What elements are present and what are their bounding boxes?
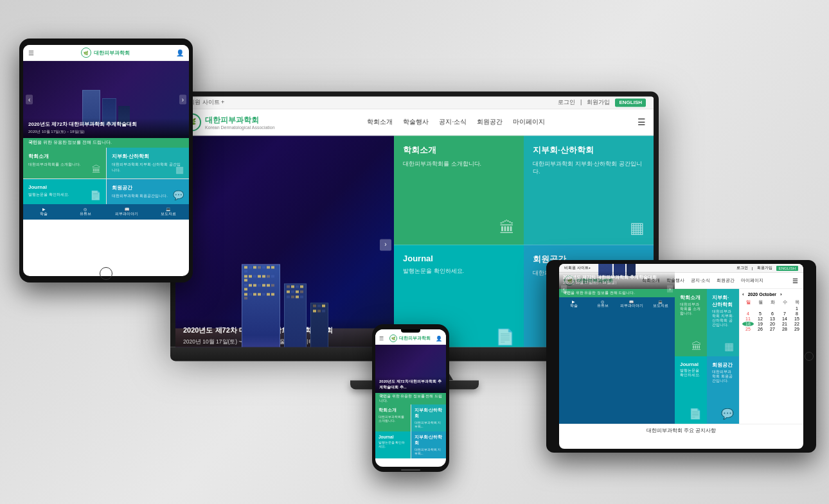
tower-main (242, 264, 280, 347)
tl-svc1-icon: ▶ (42, 207, 46, 211)
phone-tile-intro[interactable]: 학회소개 대한피부과학회를 소개합니다. (375, 404, 411, 431)
phone-info-bar: 국민을 위한 유용한 정보를 전해 드립니다. (375, 393, 446, 404)
rt-tile-journal[interactable]: Journal 발행논문을 확인하세요. 📄 (675, 356, 707, 424)
hamburger-icon[interactable]: ☰ (637, 117, 646, 127)
nav-item-news[interactable]: 공지·소식 (439, 117, 467, 126)
rt-cal-hdr-wed: 수 (779, 299, 790, 306)
rt-cal-6[interactable]: 6 (767, 311, 778, 316)
rt-cal-13[interactable]: 13 (767, 317, 778, 321)
rt-svc-3[interactable]: 📖 피부과이야기 (617, 297, 646, 424)
phone-hamburger-icon[interactable]: ☰ (379, 336, 384, 342)
tl-tile1-title: 학회소개 (28, 153, 101, 160)
rt-cal-29[interactable]: 29 (791, 327, 803, 331)
rt-cal-28[interactable]: 28 (779, 327, 790, 331)
building-main (242, 264, 280, 347)
rt-english-button[interactable]: ENGLISH (776, 266, 798, 271)
tile-branches[interactable]: 지부회·산하학회 대한피부과학회 지부회·산하학회 공간입니다. ▦ (524, 135, 654, 245)
tl-tile-branches[interactable]: 지부회·산하학회 대한피부과학회 지부회·산하학회 공간입니다. ▦ (107, 148, 190, 178)
tl-next-button[interactable]: › (179, 95, 186, 105)
rt-nav-members[interactable]: 회원공간 (717, 277, 735, 284)
rt-cal-12[interactable]: 12 (754, 317, 766, 321)
rt-cal-grid: 일 월 화 수 목 금 토 1 2 (742, 299, 801, 331)
rt-member-site[interactable]: 비회원 사이트+ (564, 265, 591, 271)
tl-tile-intro[interactable]: 학회소개 대한피부과학회를 소개합니다. 🏛 (23, 148, 106, 178)
hero-section: ‹ › 2020년도 제72차 대한피부과학회 추계학술대회 2020년 10월… (175, 135, 394, 347)
rt-cal-next[interactable]: › (780, 291, 782, 297)
rt-cal-1[interactable]: 1 (791, 306, 803, 311)
phone: ☰ 🌿 대한피부과학회 👤 2020년도 제72차 대한피부과학회 추계학술대회… (372, 324, 449, 472)
rt-cal-26[interactable]: 26 (754, 327, 766, 331)
rt-cal-8[interactable]: 8 (791, 311, 803, 316)
rt-cal-7[interactable]: 7 (779, 311, 790, 316)
tile-intro[interactable]: 학회소개 대한피부과학회를 소개합니다. 🏛 (394, 135, 524, 245)
phone-user-icon[interactable]: 👤 (436, 336, 442, 342)
rt-cal-4[interactable]: 4 (742, 311, 754, 316)
join-link[interactable]: 회원가입 (587, 98, 610, 107)
rt-cal-22[interactable]: 22 (791, 322, 803, 326)
tl-svc-2[interactable]: ◎ 유튜브 (65, 204, 107, 220)
tile-journal-title: Journal (403, 254, 515, 263)
rt-cal-header: ‹ 2020 October › (742, 291, 801, 297)
nav-item-mypage[interactable]: 마이페이지 (513, 117, 545, 126)
phone-logo-name: 대한피부과학회 (399, 335, 431, 342)
rt-login[interactable]: 로그인 (736, 265, 748, 271)
rt-cal-18-today[interactable]: 18 (742, 322, 754, 326)
tl-hamburger-icon[interactable]: ☰ (28, 49, 34, 56)
tl-prev-button[interactable]: ‹ (26, 95, 33, 105)
rt-nav-mypage[interactable]: 마이페이지 (741, 277, 763, 284)
tl-user-icon[interactable]: 👤 (176, 49, 184, 56)
rt-cal-11[interactable]: 11 (742, 317, 754, 321)
rt-svc-4[interactable]: 💻 보도자료 (646, 297, 675, 424)
rt-tile-intro[interactable]: 학회소개 대한피부과학회를 소개합니다. 🏛 (675, 289, 707, 356)
rt-nav-news[interactable]: 공지·소식 (691, 277, 710, 284)
nav-item-members[interactable]: 회원공간 (477, 117, 503, 126)
phone-tile-members[interactable]: 지부회·산하학회 대한피부과학회 지부회... (411, 431, 447, 458)
phone-tile1-title: 학회소개 (379, 408, 407, 413)
rt-prev-button[interactable]: ‹ (561, 286, 567, 293)
rt-next-button[interactable]: › (667, 286, 673, 293)
rt-cal-27[interactable]: 27 (767, 327, 778, 331)
rt-cal-15[interactable]: 15 (791, 317, 803, 321)
nav-item-intro[interactable]: 학회소개 (367, 117, 393, 126)
tl-hero-title: 2020년도 제72차 대한피부과학회 추계학술대회 (28, 121, 184, 128)
phone-tile-journal[interactable]: Journal 발행논문을 확인하세요. (375, 431, 411, 458)
tl-svc-1[interactable]: ▶ 학술 (23, 204, 65, 220)
rt-tile-members[interactable]: 회원공간 대한피부과학회 회원공간입니다. 💬 (707, 356, 739, 424)
rt-cal-19[interactable]: 19 (754, 322, 766, 326)
rt-cal-prev[interactable]: ‹ (742, 291, 744, 297)
tl-svc-4[interactable]: 💻 보도자료 (148, 204, 190, 220)
rt-tile2-desc: 대한피부과학회 지부회·산하학회 공간입니다. (712, 309, 734, 327)
english-button[interactable]: ENGLISH (615, 98, 646, 107)
rt-hamburger-icon[interactable]: ☰ (792, 277, 798, 284)
rt-bottom-notice: 대한피부과학회 주요 공지사항 (559, 424, 803, 437)
tl-svc3-label: 피부과이야기 (115, 211, 138, 217)
rt-svc-2[interactable]: ◎ 유튜브 (588, 297, 617, 424)
login-link[interactable]: 로그인 (558, 98, 575, 107)
hero-next-button[interactable]: › (380, 239, 391, 250)
phone-tile1-desc: 대한피부과학회를 소개합니다. (379, 415, 407, 422)
tablet-left-home-button[interactable] (100, 267, 112, 280)
rt-cal-14[interactable]: 14 (779, 317, 790, 321)
tablet-right-home-button[interactable] (805, 352, 814, 361)
tile-branches-desc: 대한피부과학회 지부회·산하학회 공간입니다. (533, 160, 645, 176)
rt-cal-25[interactable]: 25 (742, 327, 754, 331)
tl-tile-journal[interactable]: Journal 발행논문을 확인하세요. 📄 (23, 179, 106, 204)
tl-tile-members[interactable]: 회원공간 대한피부과학회 회원공간입니다. 💬 (107, 179, 190, 204)
rt-cal-5[interactable]: 5 (754, 311, 766, 316)
rt-tile-branches[interactable]: 지부회·산하학회 대한피부과학회 지부회·산하학회 공간입니다. ▦ (707, 289, 739, 356)
rt-join[interactable]: 회원가입 (757, 265, 772, 271)
rt-cal-21[interactable]: 21 (779, 322, 790, 326)
hero-buildings (242, 190, 328, 347)
rt-svc-1[interactable]: ▶ 학술 (559, 297, 588, 424)
tl-svc-3[interactable]: 📖 피부과이야기 (106, 204, 148, 220)
tl-tile4-icon: 💬 (173, 190, 184, 200)
rt-calendar: ‹ 2020 October › 일 월 화 수 목 금 토 (739, 289, 803, 424)
rt-tile1-title: 학회소개 (680, 294, 702, 301)
phone-tile-branches[interactable]: 지부회·산하학회 대한피부과학회 지부회... (411, 404, 447, 431)
phone-tile4-desc: 대한피부과학회 지부회... (415, 448, 443, 455)
tl-tile2-icon: ▦ (175, 164, 184, 175)
rt-svc4-label: 보도자료 (653, 304, 668, 308)
rt-cal-20[interactable]: 20 (767, 322, 778, 326)
nav-item-events[interactable]: 학술행사 (403, 117, 429, 126)
tl-tile1-icon: 🏛 (92, 164, 101, 175)
